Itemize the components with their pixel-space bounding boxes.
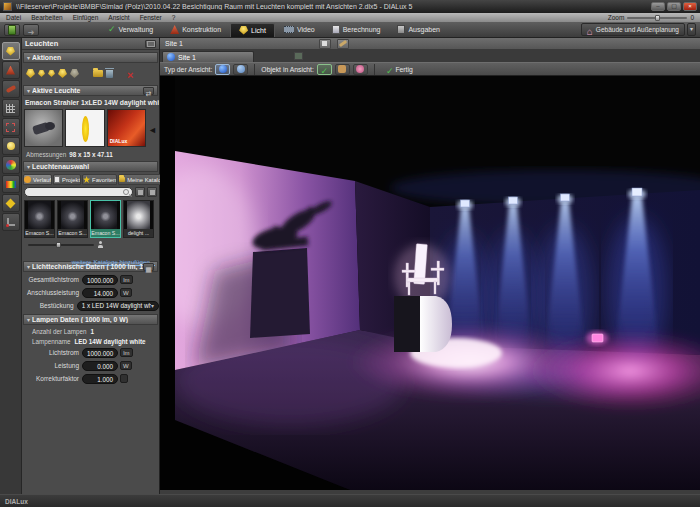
- tool-edit[interactable]: [2, 80, 20, 98]
- tab-projekt[interactable]: Projekt: [53, 174, 81, 185]
- zoom-slider-thumb[interactable]: [655, 15, 660, 21]
- new-view-icon[interactable]: [294, 52, 303, 60]
- 3d-scene-render: [160, 76, 700, 490]
- menu-datei[interactable]: Datei: [6, 14, 21, 21]
- zoom-value: 0: [690, 14, 694, 21]
- table-view-button[interactable]: [143, 263, 154, 271]
- active-luminaire-thumbnails: DIALux: [22, 107, 159, 149]
- list-item[interactable]: delight ...: [123, 200, 154, 238]
- zoom-slider[interactable]: [627, 17, 687, 19]
- view-tab-site1[interactable]: Site 1: [162, 51, 254, 62]
- tool-selection-area[interactable]: [2, 118, 20, 136]
- slider-thumb[interactable]: [56, 242, 61, 248]
- view-plan-button[interactable]: [233, 64, 248, 75]
- photometric-curve-thumbnail[interactable]: [65, 109, 104, 147]
- remove-all-icon[interactable]: [127, 65, 133, 83]
- list-item[interactable]: Emacon S...: [57, 200, 88, 238]
- title-bar: \\Fileserver\Projekte\BMBF\Simlad (Polz)…: [0, 0, 700, 13]
- building-dropdown-button[interactable]: [687, 23, 696, 36]
- aktive-leuchte-label: Aktive Leuchte: [32, 87, 143, 94]
- field-label: Bestückung: [24, 302, 77, 309]
- tool-luminaire-selection[interactable]: [2, 42, 20, 60]
- leuchtenauswahl-header[interactable]: ▾ Leuchtenauswahl: [23, 161, 158, 172]
- hand-icon: [338, 65, 346, 73]
- lichtstrom-input[interactable]: 1000.000: [82, 348, 118, 358]
- tab-video[interactable]: Video: [276, 23, 323, 37]
- tool-spectrum[interactable]: [2, 175, 20, 193]
- building-outdoor-button[interactable]: Gebäude und Außenplanung: [581, 23, 685, 36]
- tool-grid[interactable]: [2, 99, 20, 117]
- tab-ausgaben[interactable]: Ausgaben: [389, 23, 448, 37]
- output-icon: [397, 25, 405, 34]
- close-button[interactable]: [683, 2, 697, 11]
- insert-luminaire-icon[interactable]: [26, 69, 35, 78]
- lichttechnische-daten-header[interactable]: ▾ Lichttechnische Daten ( 1000 lm, 14 W): [23, 261, 158, 272]
- float-panel-button[interactable]: [145, 40, 156, 48]
- table-icon: [145, 258, 152, 276]
- korrekturfaktor-input[interactable]: 1.000: [82, 374, 118, 384]
- insert-luminaire-field-icon[interactable]: [58, 69, 67, 78]
- tab-verwaltung[interactable]: Verwaltung: [100, 23, 161, 37]
- minimize-button[interactable]: [651, 2, 665, 11]
- leistung-input[interactable]: 0.000: [82, 361, 118, 371]
- tab-berechnung-label: Berechnung: [343, 26, 381, 33]
- object-confirm-button[interactable]: [317, 64, 332, 75]
- paint-button[interactable]: [337, 39, 349, 49]
- tool-light-bulb[interactable]: [2, 137, 20, 155]
- bulb-icon: [7, 142, 15, 150]
- tab-konstruktion[interactable]: Konstruktion: [162, 23, 229, 37]
- object-decorate-button[interactable]: [353, 64, 368, 75]
- tab-verlauf[interactable]: Verlauf: [23, 174, 52, 185]
- insert-luminaire-line-icon[interactable]: [48, 70, 55, 77]
- menu-bearbeiten[interactable]: Bearbeiten: [31, 14, 62, 21]
- lampen-daten-header[interactable]: ▾ Lampen Daten ( 1000 lm, 0 W): [23, 314, 158, 325]
- tool-furniture[interactable]: [2, 61, 20, 79]
- thumbnail-size-row: [22, 238, 159, 249]
- list-item-label: Emacon S...: [58, 229, 87, 237]
- swap-luminaire-button[interactable]: [143, 87, 154, 95]
- field-label: Korrekturfaktor: [24, 375, 82, 382]
- viewport-header: Site 1: [160, 38, 700, 50]
- object-move-button[interactable]: [335, 64, 350, 75]
- tool-warning[interactable]: [2, 194, 20, 212]
- delete-luminaire-icon[interactable]: [106, 70, 113, 78]
- search-input[interactable]: [24, 187, 133, 197]
- tab-licht[interactable]: Licht: [230, 23, 275, 37]
- menu-einfuegen[interactable]: Einfügen: [73, 14, 99, 21]
- thumbnail-size-slider[interactable]: [28, 244, 94, 246]
- gesamtlichtstrom-input[interactable]: 1000.000: [82, 275, 118, 285]
- view-3d-button[interactable]: [215, 64, 230, 75]
- menu-help[interactable]: ?: [172, 14, 176, 21]
- building-outdoor-label: Gebäude und Außenplanung: [596, 26, 679, 33]
- collapse-icon: ▾: [27, 263, 30, 270]
- anschlussleistung-input[interactable]: 14.000: [82, 288, 118, 298]
- menu-fenster[interactable]: Fenster: [140, 14, 162, 21]
- tool-colors[interactable]: [2, 156, 20, 174]
- insert-luminaire-quick-button[interactable]: [4, 24, 20, 36]
- view-list-button[interactable]: [135, 187, 145, 197]
- bestueckung-value: 1 x LED 14W daylight white: [82, 301, 151, 310]
- tab-berechnung[interactable]: Berechnung: [324, 23, 389, 37]
- dialux-promo-thumbnail[interactable]: DIALux: [107, 109, 146, 147]
- list-item[interactable]: Emacon S...: [24, 200, 55, 238]
- insert-luminaire-arrangement-icon[interactable]: [38, 70, 45, 77]
- expand-arrow-icon[interactable]: [148, 119, 157, 137]
- swap-icon: [146, 82, 152, 100]
- list-item-selected[interactable]: Emacon S...: [90, 200, 121, 238]
- maximize-button[interactable]: [667, 2, 681, 11]
- tool-joint[interactable]: [2, 213, 20, 231]
- undo-button[interactable]: [23, 24, 39, 36]
- luminaire-marker[interactable]: [586, 331, 608, 345]
- panel-toggle-button[interactable]: [319, 39, 331, 49]
- catalog-folder-icon[interactable]: [93, 70, 103, 77]
- 3d-scene[interactable]: [160, 76, 700, 490]
- menu-ansicht[interactable]: Ansicht: [108, 14, 129, 21]
- view-grid-button[interactable]: [147, 187, 157, 197]
- luminaire-photo-thumbnail[interactable]: [24, 109, 63, 147]
- tab-favoriten[interactable]: Favoriten: [82, 174, 117, 185]
- lamp-name-label: Lampenname: [32, 338, 71, 345]
- aktive-leuchte-header[interactable]: ▾ Aktive Leuchte: [23, 85, 158, 96]
- aktionen-header[interactable]: ▾ Aktionen: [23, 52, 158, 63]
- done-button[interactable]: Fertig: [381, 64, 418, 75]
- bestueckung-dropdown[interactable]: 1 x LED 14W daylight white: [77, 301, 159, 311]
